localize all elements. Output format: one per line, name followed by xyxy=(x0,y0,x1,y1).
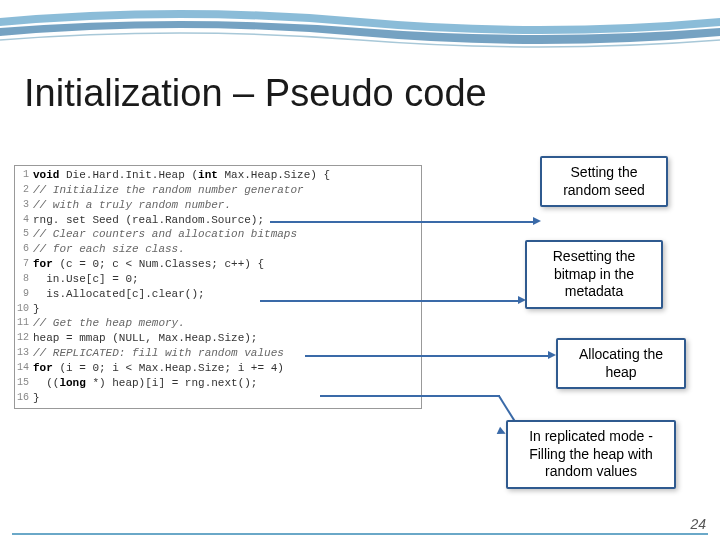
pseudocode-box: 1void Die.Hard.Init.Heap (int Max.Heap.S… xyxy=(14,165,422,409)
arrow-1 xyxy=(270,221,535,223)
arrow-head-1 xyxy=(533,217,541,225)
arrow-head-3 xyxy=(548,351,556,359)
slide-number: 24 xyxy=(690,516,706,532)
slide-title: Initialization – Pseudo code xyxy=(24,72,487,115)
bottom-rule xyxy=(12,533,708,535)
arrow-4 xyxy=(320,395,500,397)
callout-allocate-heap: Allocating the heap xyxy=(556,338,686,389)
arrow-3 xyxy=(305,355,550,357)
callout-replicated-fill: In replicated mode - Filling the heap wi… xyxy=(506,420,676,489)
callout-random-seed: Setting the random seed xyxy=(540,156,668,207)
arrow-2 xyxy=(260,300,520,302)
callout-reset-bitmap: Resetting the bitmap in the metadata xyxy=(525,240,663,309)
decorative-wave xyxy=(0,0,720,70)
